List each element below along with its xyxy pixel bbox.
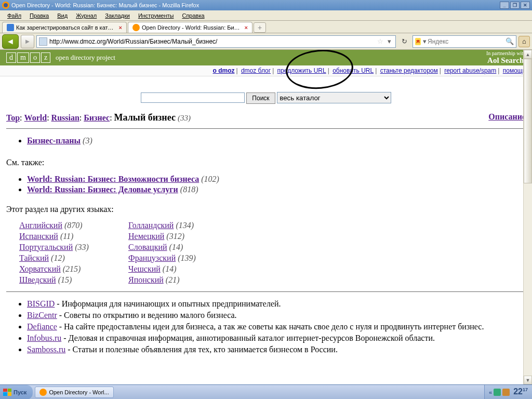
- dmoz-tagline: open directory project: [56, 54, 115, 62]
- site-link[interactable]: Samboss.ru: [27, 345, 65, 354]
- link-become-editor[interactable]: станьте редактором: [380, 67, 438, 74]
- site-link[interactable]: Defiance: [27, 322, 57, 331]
- bc-count: (33): [178, 114, 191, 122]
- site-link[interactable]: BISGID: [27, 299, 55, 308]
- vertical-scrollbar[interactable]: ▲ ▼: [523, 50, 532, 384]
- menu-file[interactable]: Файл: [3, 11, 25, 20]
- seealso-link[interactable]: World: Russian: Бизнес: Возможности бизн…: [27, 175, 199, 183]
- scroll-up-button[interactable]: ▲: [524, 50, 532, 59]
- bc-business[interactable]: Бизнес: [84, 113, 110, 122]
- lang-link[interactable]: Испанский: [19, 232, 58, 241]
- dmoz-search-input[interactable]: [141, 92, 245, 103]
- tab-bar: Как зарегистрироваться сайт в катал... ×…: [0, 21, 532, 33]
- dmoz-search-button[interactable]: Поиск: [246, 92, 275, 104]
- link-update-url[interactable]: обновить URL: [332, 67, 374, 74]
- tab-close-icon[interactable]: ×: [119, 24, 122, 31]
- search-input[interactable]: [428, 38, 506, 45]
- site-link[interactable]: BizCentr: [27, 311, 57, 320]
- system-tray: « 2217: [484, 385, 532, 400]
- url-dropdown-icon[interactable]: ▾: [385, 37, 393, 45]
- restore-button[interactable]: ❐: [510, 2, 520, 9]
- link-report-abuse[interactable]: report abuse/spam: [444, 67, 496, 74]
- site-link[interactable]: Infobus.ru: [27, 334, 61, 342]
- tray-icon[interactable]: [494, 389, 501, 396]
- site-item: Samboss.ru - Статьи и полезные объявлени…: [27, 345, 526, 354]
- breadcrumb: Top: World: Russian: Бизнес: Малый бизне…: [6, 112, 526, 123]
- yandex-icon[interactable]: Я: [415, 38, 421, 45]
- search-go-icon[interactable]: 🔍: [506, 37, 514, 45]
- site-identity-icon[interactable]: [39, 37, 47, 46]
- tray-expand-icon[interactable]: «: [489, 389, 492, 395]
- tray-icon[interactable]: [502, 389, 510, 396]
- seealso-link[interactable]: World: Russian: Бизнес: Деловые услуги: [27, 185, 178, 194]
- taskbar-app-firefox[interactable]: Open Directory - Worl...: [35, 387, 113, 398]
- link-help[interactable]: помощь: [503, 67, 526, 74]
- search-box[interactable]: Я ▾ 🔍: [413, 35, 516, 48]
- window-title: Open Directory - World: Russian: Бизнес:…: [11, 2, 199, 8]
- lang-link[interactable]: Французский: [128, 254, 176, 262]
- bc-russian[interactable]: Russian: [51, 113, 79, 122]
- lang-link[interactable]: Словацкий: [128, 243, 167, 251]
- link-suggest-url[interactable]: предложить URL: [277, 67, 326, 74]
- site-item: BISGID - Информация для начинающих и опы…: [27, 299, 526, 309]
- link-dmoz-blog[interactable]: dmoz блог: [241, 67, 271, 74]
- tab-1[interactable]: Как зарегистрироваться сайт в катал... ×: [2, 22, 127, 33]
- search-engine-dropdown-icon[interactable]: ▾: [423, 37, 427, 45]
- tab-favicon: [132, 24, 140, 31]
- start-button[interactable]: Пуск: [0, 385, 33, 400]
- language-columns: Английский (870) Испанский (11) Португал…: [19, 219, 526, 286]
- link-description[interactable]: Описание: [488, 112, 526, 122]
- bc-top[interactable]: Top: [6, 113, 20, 122]
- minimize-button[interactable]: _: [500, 2, 509, 9]
- subcat-item: Бизнес-планы (3): [27, 136, 526, 145]
- url-bar[interactable]: ☆ ▾: [36, 35, 396, 48]
- menu-tools[interactable]: Инструменты: [134, 11, 178, 20]
- lang-link[interactable]: Хорватский: [19, 264, 61, 273]
- scroll-down-button[interactable]: ▼: [524, 376, 532, 384]
- site-item: Defiance - На сайте предоставлены идеи д…: [27, 322, 526, 331]
- see-also-title: См. также:: [6, 158, 526, 167]
- menu-help[interactable]: Справка: [178, 11, 208, 20]
- back-button[interactable]: ◄: [2, 34, 19, 49]
- page-content: d m o z open directory project In partne…: [0, 50, 532, 382]
- link-business-plans[interactable]: Бизнес-планы: [27, 136, 81, 145]
- dmoz-catalog-select[interactable]: весь каталог: [277, 92, 391, 103]
- lang-link[interactable]: Чешский: [128, 264, 161, 273]
- bc-current: Малый бизнес: [114, 112, 176, 123]
- url-input[interactable]: [49, 38, 375, 45]
- tab-close-icon[interactable]: ×: [245, 24, 248, 31]
- dmoz-search-row: Поиск весь каталог: [0, 76, 532, 109]
- firefox-icon: [2, 2, 9, 9]
- menu-view[interactable]: Вид: [53, 11, 72, 20]
- lang-link[interactable]: Португальский: [19, 243, 73, 251]
- firefox-icon: [39, 389, 47, 396]
- menu-edit[interactable]: Правка: [25, 11, 53, 20]
- lang-link[interactable]: Немецкий: [128, 232, 164, 241]
- home-button[interactable]: ⌂: [518, 36, 530, 47]
- windows-logo-icon: [3, 389, 11, 396]
- tab-2[interactable]: Open Directory - World: Russian: Бизнес.…: [128, 22, 252, 33]
- window-titlebar: Open Directory - World: Russian: Бизнес:…: [0, 0, 532, 10]
- lang-link[interactable]: Японский: [128, 275, 164, 284]
- other-languages-title: Этот раздел на других языках:: [6, 205, 526, 214]
- close-button[interactable]: ✕: [521, 2, 530, 9]
- partnership-label: In partnership with Aol Search.: [486, 50, 526, 65]
- reload-button[interactable]: ↻: [398, 35, 410, 48]
- tab-label: Как зарегистрироваться сайт в катал...: [16, 24, 116, 31]
- dmoz-header: d m o z open directory project In partne…: [0, 50, 532, 65]
- clock[interactable]: 2217: [513, 387, 528, 396]
- dmoz-logo[interactable]: d m o z: [6, 52, 50, 63]
- scroll-thumb[interactable]: [524, 59, 532, 183]
- bc-world[interactable]: World: [24, 113, 47, 122]
- lang-link[interactable]: Английский: [19, 221, 62, 230]
- new-tab-button[interactable]: +: [254, 22, 266, 33]
- forward-button[interactable]: ►: [21, 35, 34, 48]
- menu-bookmarks[interactable]: Закладки: [101, 11, 134, 20]
- lang-link[interactable]: Тайский: [19, 254, 49, 262]
- bookmark-star-icon[interactable]: ☆: [375, 37, 385, 45]
- menu-history[interactable]: Журнал: [72, 11, 101, 20]
- menu-bar: Файл Правка Вид Журнал Закладки Инструме…: [0, 10, 532, 21]
- link-about-dmoz[interactable]: о dmoz: [212, 67, 234, 74]
- lang-link[interactable]: Голландский: [128, 221, 174, 230]
- lang-link[interactable]: Шведский: [19, 275, 56, 284]
